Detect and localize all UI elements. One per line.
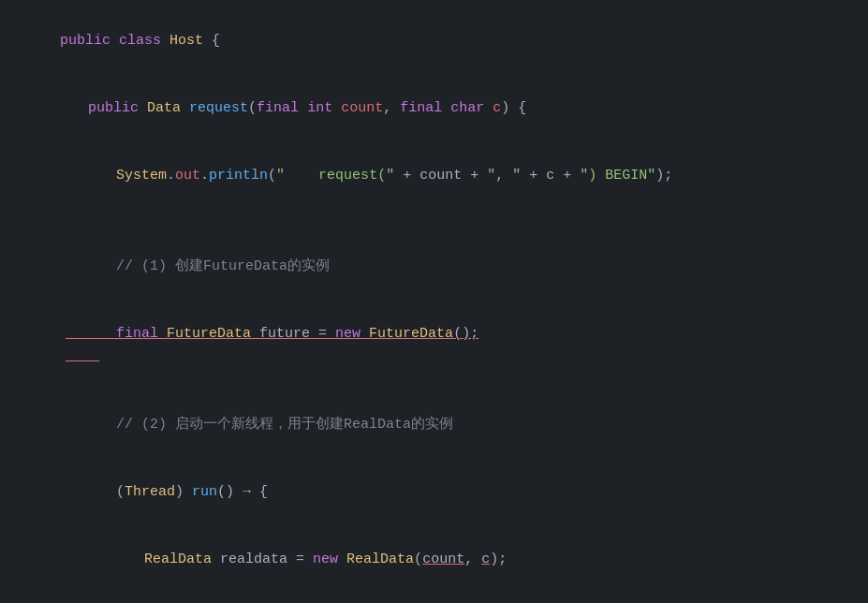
code-line-8: // (2) 启动一个新线程，用于创建RealData的实例 [9,391,868,459]
code-line-9: (Thread) run() → { [9,459,868,526]
code-line-11: future.setRealData(realdata); [9,594,868,603]
code-line-3: System.out.println(" request(" + count +… [9,142,868,210]
code-line-6: final FutureData future = new FutureData… [9,301,868,368]
code-line-5: // (1) 创建FutureData的实例 [9,233,868,301]
code-editor: public class Host { public Data request(… [0,0,868,603]
code-line-10: RealData realdata = new RealData(count, … [9,526,868,594]
code-line-1: public class Host { [9,7,868,75]
code-line-2: public Data request(final int count, fin… [9,75,868,142]
code-line-4 [9,210,868,233]
code-line-7 [9,368,868,391]
